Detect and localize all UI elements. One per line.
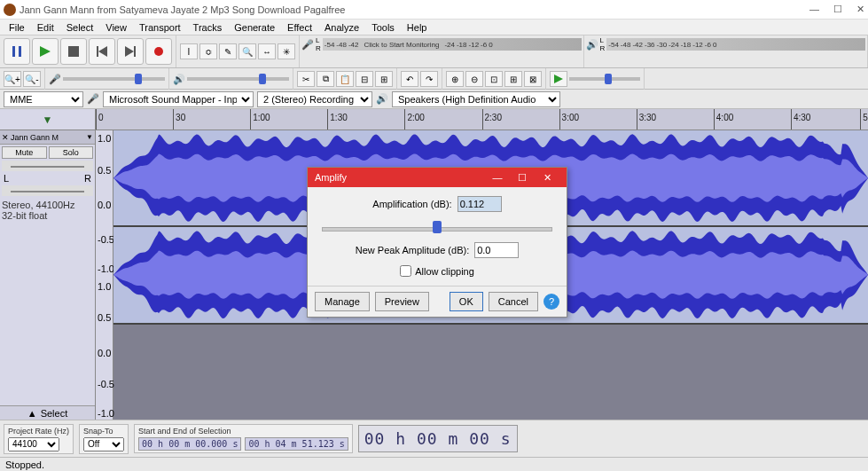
minimize-button[interactable]: — — [809, 4, 819, 15]
play-volume-slider[interactable] — [187, 77, 289, 81]
input-device-select[interactable]: Microsoft Sound Mapper - Input — [103, 91, 254, 107]
zoom-out-button[interactable]: ⊖ — [465, 71, 483, 87]
menu-view[interactable]: View — [100, 21, 132, 34]
zoom-tool[interactable]: 🔍 — [239, 43, 256, 59]
pause-button[interactable] — [4, 38, 30, 65]
ok-button[interactable]: OK — [450, 292, 483, 311]
ruler-tick: 3:00 — [559, 109, 579, 130]
menu-transport[interactable]: Transport — [134, 21, 186, 34]
ruler-tick: 4:30 — [791, 109, 810, 130]
window-title: Jann Gann Mann from Satyameva Jayate 2 M… — [20, 4, 809, 15]
manage-button[interactable]: Manage — [315, 292, 370, 311]
selection-end-input[interactable]: 00 h 04 m 51.123 s — [245, 437, 348, 451]
speaker-slider-icon: 🔊 — [173, 74, 185, 85]
track-menu-icon[interactable]: ▼ — [86, 133, 93, 141]
dialog-title: Amplify — [315, 172, 485, 183]
svg-marker-5 — [98, 46, 107, 57]
status-bar: Stopped. — [0, 457, 868, 471]
speaker-icon: 🔊 — [586, 39, 598, 51]
output-device-select[interactable]: Speakers (High Definition Audio — [392, 91, 560, 107]
gain-slider[interactable] — [2, 161, 93, 171]
zoom-in-tool-icon[interactable]: 🔍+ — [4, 71, 21, 87]
snap-to-select[interactable]: Off — [83, 437, 124, 451]
menu-edit[interactable]: Edit — [32, 21, 59, 34]
recording-meter[interactable]: -54 -48 -42 Click to Start Monitoring -2… — [323, 38, 582, 51]
svg-marker-9 — [554, 75, 563, 83]
menu-tracks[interactable]: Tracks — [188, 21, 228, 34]
menu-select[interactable]: Select — [61, 21, 99, 34]
amplification-slider[interactable] — [318, 219, 556, 235]
draw-tool[interactable]: ✎ — [219, 43, 237, 59]
dialog-close-button[interactable]: ✕ — [535, 172, 559, 184]
undo-button[interactable]: ↶ — [401, 71, 418, 87]
redo-button[interactable]: ↷ — [420, 71, 438, 87]
svg-rect-7 — [134, 46, 136, 57]
status-text: Stopped. — [5, 459, 44, 470]
menu-help[interactable]: Help — [402, 21, 433, 34]
skip-start-button[interactable] — [89, 38, 115, 65]
skip-end-button[interactable] — [117, 38, 144, 65]
audio-position-display[interactable]: 00 h 00 m 00 s — [358, 425, 518, 452]
record-button[interactable] — [145, 38, 172, 65]
selection-toolbar: Project Rate (Hz) 44100 Snap-To Off Star… — [0, 420, 868, 457]
solo-button[interactable]: Solo — [49, 146, 94, 159]
allow-clipping-checkbox[interactable] — [400, 265, 411, 277]
play-speed-slider[interactable] — [569, 77, 640, 81]
track-close-icon[interactable]: ✕ — [2, 133, 9, 142]
svg-point-8 — [154, 47, 163, 56]
preview-button[interactable]: Preview — [375, 292, 429, 311]
envelope-tool[interactable]: ≎ — [199, 43, 217, 59]
silence-button[interactable]: ⊞ — [375, 71, 393, 87]
selection-start-input[interactable]: 00 h 00 m 00.000 s — [138, 437, 241, 451]
fit-project-button[interactable]: ⊞ — [504, 71, 522, 87]
zoom-toggle-button[interactable]: ⊠ — [524, 71, 542, 87]
fit-selection-button[interactable]: ⊡ — [485, 71, 503, 87]
dialog-maximize-button[interactable]: ☐ — [510, 172, 535, 184]
paste-button[interactable]: 📋 — [336, 71, 354, 87]
peak-amplitude-input[interactable] — [474, 242, 519, 258]
copy-button[interactable]: ⧉ — [317, 71, 334, 87]
project-rate-select[interactable]: 44100 — [8, 437, 59, 451]
empty-track-area[interactable] — [96, 325, 868, 420]
channels-select[interactable]: 2 (Stereo) Recording Chann — [257, 91, 372, 107]
maximize-button[interactable]: ☐ — [833, 4, 842, 15]
close-window-button[interactable]: ✕ — [856, 4, 864, 15]
menu-tools[interactable]: Tools — [366, 21, 400, 34]
zoom-out-tool-icon[interactable]: 🔍- — [23, 71, 41, 87]
play-button[interactable] — [32, 38, 59, 65]
dialog-titlebar[interactable]: Amplify — ☐ ✕ — [308, 168, 567, 187]
menu-effect[interactable]: Effect — [282, 21, 317, 34]
amplitude-scale: 1.0 0.5 0.0 -0.5 -1.0 1.0 0.5 0.0 -0.5 -… — [96, 130, 113, 420]
stop-button[interactable] — [60, 38, 87, 65]
help-icon[interactable]: ? — [543, 294, 559, 310]
trim-button[interactable]: ⊟ — [356, 71, 373, 87]
amplification-input[interactable] — [457, 196, 502, 212]
ruler-corner: ▼ — [0, 109, 96, 130]
pan-slider[interactable] — [2, 185, 93, 196]
selection-tool[interactable]: I — [180, 43, 198, 59]
audio-host-select[interactable]: MME — [4, 91, 83, 107]
cut-button[interactable]: ✂ — [297, 71, 315, 87]
play-lr-icon: LR — [600, 36, 606, 52]
rec-volume-slider[interactable] — [63, 77, 165, 81]
zoom-in-button[interactable]: ⊕ — [446, 71, 464, 87]
dialog-minimize-button[interactable]: — — [485, 172, 510, 183]
ruler-tick: 2:00 — [404, 109, 424, 130]
menu-analyze[interactable]: Analyze — [319, 21, 364, 34]
selection-mode-label[interactable]: Start and End of Selection — [138, 427, 348, 436]
playback-meter[interactable]: -54 -48 -42 -36 -30 -24 -18 -12 -6 0 — [606, 38, 865, 51]
toolbar-row-1: I ≎ ✎ 🔍 ↔ ✳ 🎤 LR -54 -48 -42 Click to St… — [0, 35, 868, 68]
menu-file[interactable]: File — [4, 21, 30, 34]
cancel-button[interactable]: Cancel — [489, 292, 538, 311]
play-at-speed-button[interactable] — [550, 71, 567, 87]
track-select-button[interactable]: ▲Select — [0, 405, 95, 420]
allow-clipping-label: Allow clipping — [415, 266, 474, 277]
toolbar-row-2: 🔍+ 🔍- 🎤 🔊 ✂ ⧉ 📋 ⊟ ⊞ ↶ ↷ ⊕ ⊖ ⊡ ⊞ ⊠ — [0, 68, 868, 90]
pin-icon[interactable]: ▼ — [43, 114, 53, 126]
multi-tool[interactable]: ✳ — [278, 43, 295, 59]
timeshift-tool[interactable]: ↔ — [258, 43, 276, 59]
track-header[interactable]: ✕ Jann Gann M ▼ — [0, 130, 95, 145]
timeline-ruler[interactable]: 0 30 1:00 1:30 2:00 2:30 3:00 3:30 4:00 … — [96, 109, 868, 130]
mute-button[interactable]: Mute — [2, 146, 47, 159]
menu-generate[interactable]: Generate — [229, 21, 280, 34]
